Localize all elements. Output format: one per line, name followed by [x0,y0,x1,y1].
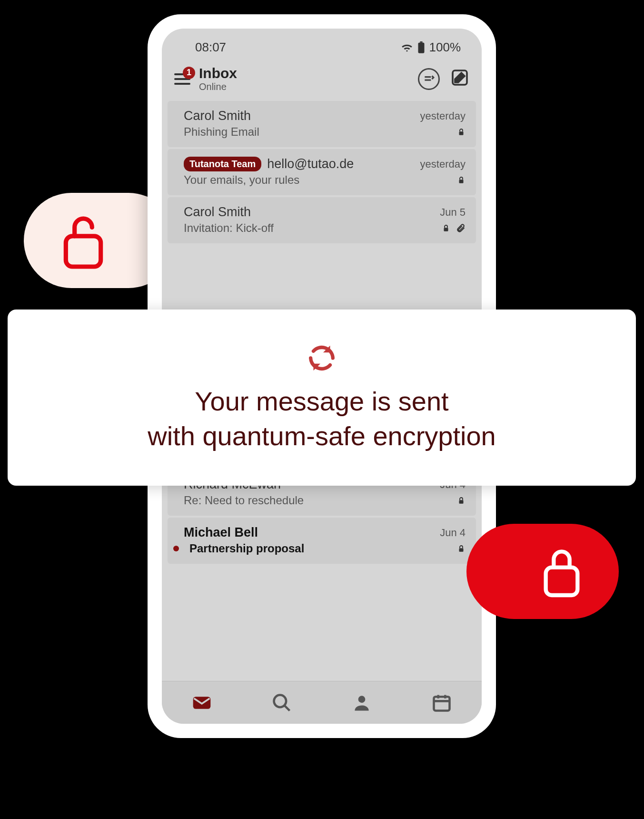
lock-icon [457,128,466,136]
lock-icon [442,224,450,232]
nav-contacts[interactable] [350,691,374,715]
svg-point-13 [358,696,366,703]
lock-icon [457,544,466,553]
email-date: Jun 4 [440,527,466,539]
svg-rect-14 [434,697,450,710]
svg-rect-0 [66,236,100,267]
email-date: yesterday [420,110,466,122]
svg-rect-1 [418,42,424,53]
battery-icon [417,41,426,54]
status-time: 08:07 [195,40,226,55]
unread-dot [173,546,179,551]
email-date: yesterday [420,158,466,170]
battery-percent: 100% [429,40,461,55]
email-subject: Partnership proposal [184,542,304,555]
overlay-line1: Your message is sent [148,384,496,419]
email-sender: Michael Bell [184,525,258,540]
email-subject: Invitation: Kick-off [184,221,274,235]
unlock-icon [57,210,109,271]
email-row[interactable]: Carol Smith yesterday Phishing Email [168,101,476,147]
sender-tag: Tutanota Team [184,157,261,171]
status-bar: 08:07 100% [162,29,482,60]
lock-icon [538,543,585,600]
attachment-icon [456,223,466,233]
svg-rect-6 [444,228,448,231]
nav-mail[interactable] [190,691,214,715]
select-all-button[interactable] [418,68,440,90]
svg-rect-10 [459,548,464,552]
encryption-overlay: Your message is sent with quantum-safe e… [8,310,636,486]
email-date: Jun 5 [440,206,466,219]
svg-point-12 [274,695,287,707]
closed-lock-pill [466,524,619,619]
email-sender: Carol Smith [184,205,251,220]
email-subject: Your emails, your rules [184,173,299,187]
email-sender: Tutanota Team hello@tutao.de [184,157,354,171]
svg-rect-2 [420,41,422,43]
wifi-icon [401,42,413,53]
lock-icon [457,496,466,505]
menu-button[interactable]: 1 [174,73,190,85]
email-subject: Phishing Email [184,125,259,139]
sync-icon [305,341,338,375]
compose-button[interactable] [450,68,469,87]
svg-rect-9 [459,500,464,504]
nav-search[interactable] [270,691,294,715]
nav-calendar[interactable] [430,691,454,715]
overlay-line2: with quantum-safe encryption [148,419,496,454]
lock-icon [457,176,466,184]
email-subject: Re: Need to reschedule [184,494,304,507]
app-header: 1 Inbox Online [162,60,482,101]
folder-title: Inbox [199,65,237,81]
svg-rect-15 [546,568,578,595]
unread-badge: 1 [183,67,195,79]
bottom-nav [162,681,482,724]
svg-rect-5 [459,180,464,183]
email-row[interactable]: Michael Bell Jun 4 Partnership proposal [168,518,476,564]
email-row[interactable]: Carol Smith Jun 5 Invitation: Kick-off [168,197,476,243]
svg-rect-4 [459,131,464,135]
email-sender: Carol Smith [184,109,251,123]
email-row[interactable]: Tutanota Team hello@tutao.de yesterday Y… [168,149,476,195]
connection-status: Online [199,81,237,92]
